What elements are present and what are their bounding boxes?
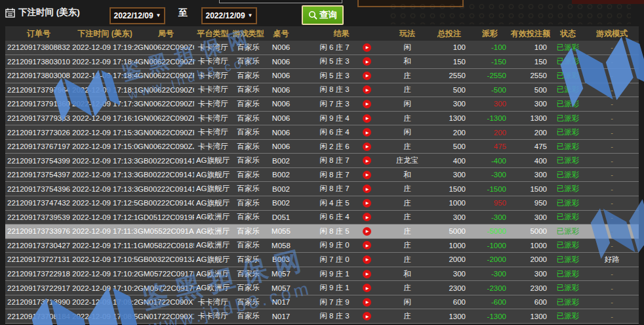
result-score: 闲 7 庄 9: [306, 297, 363, 307]
play-type: 庄: [386, 240, 429, 250]
video-replay-button[interactable]: ▶: [363, 270, 371, 278]
table-row[interactable]: 2212091737543962022-12-09 17:13:37GB0022…: [5, 181, 639, 196]
table-row[interactable]: 2212091737913602022-12-09 17:17:33GN0062…: [5, 97, 639, 111]
query-button[interactable]: 查询: [302, 5, 344, 25]
platform-type: 卡卡湾厅: [194, 297, 231, 307]
game-mode: -: [585, 58, 639, 66]
play-icon: ▶: [366, 187, 369, 191]
play-icon: ▶: [366, 116, 369, 120]
video-replay-button[interactable]: ▶: [363, 85, 371, 94]
video-replay-button[interactable]: ▶: [363, 72, 371, 80]
table-row[interactable]: 2212091737979642022-12-09 17:18:14GN0062…: [5, 83, 639, 97]
video-replay-button[interactable]: ▶: [363, 156, 371, 165]
result-score: 闲 9 庄 1: [306, 269, 363, 279]
table-row[interactable]: 2212091738030102022-12-09 17:18:46GN0062…: [5, 54, 639, 69]
total-bet: 600: [429, 298, 470, 306]
video-replay-button[interactable]: ▶: [363, 213, 371, 221]
date-to-value: 2022/12/09: [206, 11, 245, 20]
total-bet: 300: [429, 171, 470, 179]
platform-type: 卡卡湾厅: [194, 142, 231, 152]
table-row[interactable]: 2212091737139902022-12-09 17:09:26GN0172…: [5, 295, 639, 309]
video-replay-button[interactable]: ▶: [363, 100, 371, 108]
result-cell: 闲 9 庄 0▶: [297, 240, 386, 250]
filter-bar: 下注时间 (美东) 2022/12/09 ▼ 至 2022/12/09 ▼ 查询: [0, 0, 644, 26]
play-icon: ▶: [366, 300, 369, 304]
table-row[interactable]: 2212091737395392022-12-09 17:12:10GD0512…: [5, 210, 639, 225]
table-row[interactable]: 2212091737304272022-12-09 17:11:13GM0582…: [5, 238, 639, 253]
result-score: 闲 6 庄 4: [306, 127, 363, 137]
table-row[interactable]: 2212091737793832022-12-09 17:16:16GN0062…: [5, 111, 639, 125]
round-number: GN00622C090ZP: [138, 72, 194, 79]
video-replay-button[interactable]: ▶: [363, 114, 371, 123]
round-number: GB00322C0913Z: [138, 255, 194, 263]
video-replay-button[interactable]: ▶: [363, 227, 371, 236]
game-mode: -: [585, 171, 639, 179]
round-number: GN01722C090XY: [138, 298, 194, 306]
video-replay-button[interactable]: ▶: [363, 255, 371, 264]
date-from-select[interactable]: 2022/12/09 ▼: [110, 7, 165, 24]
result-cell: 闲 7 庄 3▶: [297, 99, 386, 109]
table-row[interactable]: 2212091737543992022-12-09 17:13:37GB0022…: [5, 153, 639, 167]
bet-time: 2022-12-09 17:11:13: [72, 242, 138, 249]
table-row[interactable]: 2212091737229172022-12-09 17:10:24GM0572…: [5, 280, 639, 295]
video-replay-button[interactable]: ▶: [363, 142, 371, 151]
round-number: GM05722C0917M: [138, 284, 194, 292]
table-row[interactable]: 2212091737543972022-12-09 17:13:37GB0022…: [5, 167, 639, 182]
game-type: 百家乐: [231, 212, 265, 222]
game-type: 百家乐: [231, 227, 265, 236]
total-bet: 150: [429, 58, 470, 66]
video-replay-button[interactable]: ▶: [363, 241, 371, 249]
table-number: B002: [265, 171, 297, 179]
play-type: 闲: [386, 297, 429, 307]
video-replay-button[interactable]: ▶: [363, 128, 371, 137]
table-number: B003: [265, 255, 297, 263]
table-row[interactable]: 2212091737271312022-12-09 17:10:52GB0032…: [5, 252, 639, 267]
video-replay-button[interactable]: ▶: [363, 171, 371, 179]
video-replay-button[interactable]: ▶: [363, 43, 371, 52]
table-row[interactable]: 2212091737671972022-12-09 17:15:01GN0062…: [5, 139, 639, 154]
video-replay-button[interactable]: ▶: [363, 57, 371, 66]
table-row[interactable]: 2212091737730262022-12-09 17:15:39GN0062…: [5, 125, 639, 139]
round-number: GN00622C090ZJ: [138, 142, 194, 150]
video-replay-button[interactable]: ▶: [363, 184, 371, 193]
date-to-select[interactable]: 2022/12/09 ▼: [201, 7, 257, 24]
play-type: 闲: [386, 127, 429, 137]
status-badge: 已派彩: [551, 156, 585, 165]
table-row[interactable]: 2212091737229182022-12-09 17:10:24GM0572…: [5, 267, 639, 281]
payout: -2000: [470, 255, 510, 263]
platform-type: AG旗舰厅: [194, 156, 231, 165]
play-type: 庄: [386, 198, 429, 208]
platform-type: AG欧洲厅: [194, 227, 231, 236]
column-header-6: 结果: [297, 28, 386, 39]
bet-time-filter-label: 下注时间 (美东): [5, 7, 80, 18]
video-replay-button[interactable]: ▶: [363, 298, 371, 307]
table-number: B002: [265, 199, 297, 207]
result-score: 闲 8 庄 7: [306, 156, 363, 165]
status-badge: 已派彩: [551, 212, 585, 222]
table-row[interactable]: 2212091738088322022-12-09 17:19:26GN0062…: [5, 41, 639, 54]
payout: -2550: [470, 72, 510, 79]
order-number: 221209173754396: [5, 185, 72, 193]
play-icon: ▶: [366, 215, 369, 219]
platform-type: 卡卡湾厅: [194, 56, 231, 66]
table-number: N006: [265, 100, 297, 108]
table-row[interactable]: 2212091737081842022-12-09 17:08:51GN0172…: [5, 309, 639, 323]
game-mode: -: [585, 185, 639, 193]
column-header-1: 下注时间 (美东): [72, 28, 138, 39]
video-replay-button[interactable]: ▶: [363, 312, 371, 320]
platform-type: AG欧洲厅: [194, 240, 231, 250]
bet-time: 2022-12-09 17:13:37: [72, 157, 138, 165]
table-row[interactable]: 2212091737339762022-12-09 17:11:37GM0552…: [5, 224, 639, 238]
video-replay-button[interactable]: ▶: [363, 199, 371, 207]
result-score: 闲 9 庄 0: [306, 240, 363, 250]
game-type: 百家乐: [231, 297, 265, 307]
payout: -400: [470, 157, 510, 165]
total-bet: 1300: [429, 313, 470, 320]
play-type: 庄: [386, 142, 429, 152]
video-replay-button[interactable]: ▶: [363, 284, 371, 292]
table-number: D051: [265, 213, 297, 221]
round-number: GN00622C090ZN: [138, 100, 194, 108]
table-row[interactable]: 2212091737474322022-12-09 17:12:56GB0022…: [5, 196, 639, 210]
payout: -1300: [470, 114, 510, 122]
table-row[interactable]: 2212091738030082022-12-09 17:18:46GN0062…: [5, 68, 639, 83]
